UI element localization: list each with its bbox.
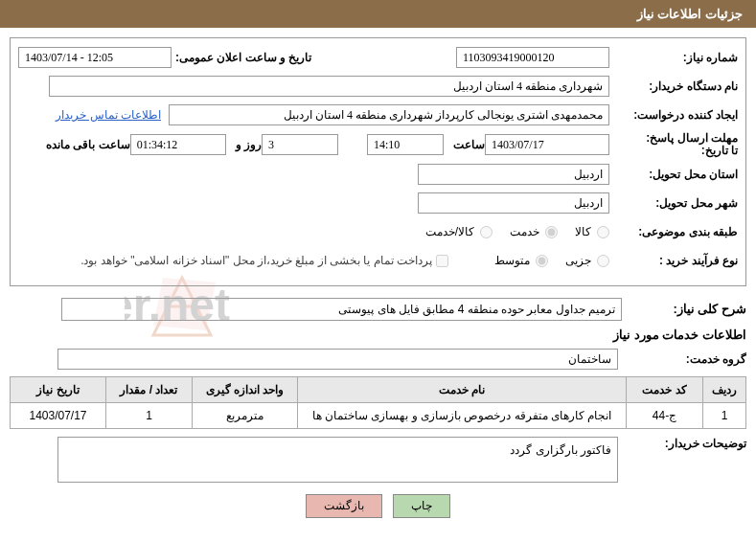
buyer-field: شهرداری منطقه 4 استان اردبیل: [49, 76, 609, 97]
radio-goods: [597, 226, 609, 238]
countdown-field: 01:34:12: [130, 134, 226, 155]
days-suffix: روز و: [236, 138, 262, 151]
th-name: نام خدمت: [298, 377, 627, 403]
payment-note: پرداخت تمام یا بخشی از مبلغ خرید،از محل …: [80, 254, 432, 267]
announce-field: 1403/07/14 - 12:05: [18, 47, 172, 68]
radio-medium: [536, 255, 548, 267]
contact-link[interactable]: اطلاعات تماس خریدار: [56, 108, 161, 122]
city-field: اردبیل: [418, 192, 609, 214]
th-qty: تعداد / مقدار: [106, 377, 193, 403]
req-no-field: 1103093419000120: [456, 47, 609, 68]
cell-row: 1: [703, 403, 746, 429]
group-label: گروه خدمت:: [622, 352, 746, 366]
th-unit: واحد اندازه گیری: [193, 377, 298, 403]
medium-label: متوسط: [494, 254, 530, 267]
announce-label: تاریخ و ساعت اعلان عمومی:: [175, 51, 311, 64]
payment-checkbox: [436, 255, 448, 267]
overall-field: ترمیم جداول معابر حوده منطقه 4 مطابق فای…: [61, 298, 622, 321]
cell-date: 1403/07/17: [11, 403, 106, 429]
requester-field: محمدمهدی اشتری یونجالی کارپرداز شهرداری …: [169, 104, 609, 125]
days-remaining-field: 3: [262, 134, 338, 155]
th-code: کد خدمت: [627, 377, 703, 403]
radio-minor: [597, 255, 609, 267]
buyer-desc-field: فاکتور بارگزاری گردد: [57, 437, 618, 483]
overall-label: شرح کلی نیاز:: [622, 302, 746, 316]
radio-service: [545, 226, 558, 238]
minor-label: جزیی: [565, 254, 591, 267]
time-label: ساعت: [453, 138, 485, 151]
service-label: خدمت: [510, 225, 539, 238]
table-row: 1 ج-44 انجام کارهای متفرقه درخصوص بازساز…: [11, 403, 746, 429]
form-panel: شماره نیاز: 1103093419000120 تاریخ و ساع…: [10, 37, 746, 286]
deadline-date-field: 1403/07/17: [485, 134, 609, 155]
print-button[interactable]: چاپ: [393, 494, 450, 518]
city-label: شهر محل تحویل:: [613, 196, 738, 210]
proc-type-label: نوع فرآیند خرید :: [613, 254, 738, 267]
remaining-suffix: ساعت باقی مانده: [46, 138, 130, 151]
group-field: ساختمان: [57, 349, 618, 370]
buyer-desc-label: توضیحات خریدار:: [622, 437, 746, 450]
requester-label: ایجاد کننده درخواست:: [613, 108, 738, 122]
deadline-label: مهلت ارسال پاسخ: تا تاریخ:: [613, 132, 738, 157]
req-no-label: شماره نیاز:: [613, 51, 738, 64]
page-title: جزئیات اطلاعات نیاز: [0, 0, 756, 28]
goods-service-label: کالا/خدمت: [425, 225, 474, 238]
th-date: تاریخ نیاز: [11, 377, 106, 403]
subject-class-label: طبقه بندی موضوعی:: [613, 225, 738, 238]
cell-unit: مترمربع: [193, 403, 298, 429]
buyer-label: نام دستگاه خریدار:: [613, 79, 738, 93]
cell-code: ج-44: [627, 403, 703, 429]
back-button[interactable]: بازگشت: [306, 494, 382, 518]
province-label: استان محل تحویل:: [613, 168, 738, 181]
cell-qty: 1: [106, 403, 193, 429]
cell-name: انجام کارهای متفرقه درخصوص بازسازی و بهس…: [298, 403, 627, 429]
radio-goods-service: [480, 226, 493, 238]
services-section-title: اطلاعات خدمات مورد نیاز: [10, 327, 746, 342]
deadline-time-field: 14:10: [367, 134, 444, 155]
th-row: ردیف: [703, 377, 746, 403]
province-field: اردبیل: [418, 164, 609, 185]
goods-label: کالا: [575, 225, 591, 238]
services-table: ردیف کد خدمت نام خدمت واحد اندازه گیری ت…: [10, 376, 746, 429]
